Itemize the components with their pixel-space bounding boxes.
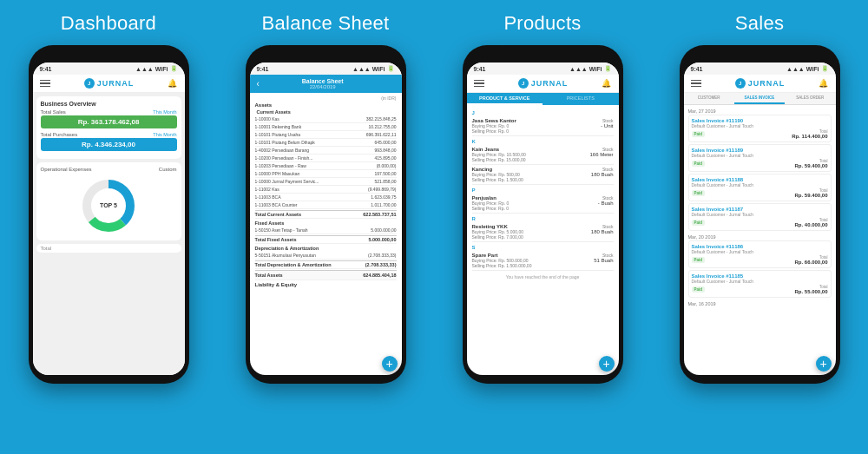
total-sales-value: Rp. 363.178.462,08 [41, 115, 177, 128]
prod-logo-area: J JURNAL [518, 78, 569, 89]
sales-date-header: Mar, 27 2019 [688, 107, 832, 115]
products-title: Products [503, 12, 581, 35]
bs-row: 1-10203 Persediaan - Raw(8.000,00) [255, 162, 397, 170]
sales-date-header-2: Mar, 20 2019 [688, 233, 832, 240]
logo-text: JURNAL [97, 79, 135, 88]
app-header: J JURNAL 🔔 [33, 75, 185, 93]
menu-icon[interactable] [40, 80, 50, 88]
invoice-customer: Default Customer - Jurnal Touch [692, 212, 828, 217]
logo-symbol: J [88, 81, 90, 86]
bs-app-header: ‹ Balance Sheet 22/04/2019 [250, 75, 402, 93]
phone-notch [82, 54, 135, 61]
sales-date-header-3: Mar, 16 2019 [688, 299, 832, 307]
prod-signal-icon: ▲▲▲ [569, 66, 588, 72]
sales-screen: 9:41 ▲▲▲ WiFi 🔋 J JURNAL 🔔 [684, 63, 836, 375]
dashboard-title: Dashboard [61, 12, 156, 35]
prod-stock: Stock 166 Meter [589, 147, 613, 162]
invoice-customer: Default Customer - Jurnal Touch [692, 123, 828, 128]
prod-stock: Stock 180 Buah [591, 224, 614, 240]
bs-title: Balance Sheet [263, 78, 383, 84]
invoice-amount: Rp. 40.000,00 [794, 222, 827, 227]
product-item[interactable]: Spare Part Buying Price: Rp. 500.000,00 … [472, 251, 614, 271]
tab-customer[interactable]: CUSTOMER [684, 93, 734, 104]
back-button[interactable]: ‹ [257, 79, 260, 89]
bs-row: 1-10001 Rekening Bank10.212.755,00 [255, 123, 397, 131]
tab-pricelists[interactable]: PRICELISTS [542, 93, 619, 105]
bs-row: 5-50151 Akumulasi Penyusutan(2.708.333,3… [255, 252, 397, 260]
operational-expenses-card: Operational Expenses Custom TOP 5 [36, 162, 181, 240]
bs-row: 1-10200 Persediaan - Finish...415.895,00 [255, 155, 397, 162]
sales-fab-button[interactable]: + [816, 356, 832, 372]
prod-sell-price: Selling Price: Rp. 1.500.000,00 [472, 263, 532, 268]
prod-fab-button[interactable]: + [599, 356, 615, 372]
sales-tabs: CUSTOMER SALES INVOICE SALES ORDER [684, 93, 836, 105]
tab-sales-invoice[interactable]: SALES INVOICE [734, 93, 785, 104]
invoice-amount: Rp. 114.400,00 [792, 134, 827, 139]
products-section: Products 9:41 ▲▲▲ WiFi 🔋 J [434, 0, 651, 454]
phone-notch-prod [516, 54, 569, 61]
paid-badge: Paid [692, 131, 706, 137]
letter-p: P [472, 188, 614, 193]
phone-notch-bs [299, 54, 352, 61]
total-sales-label: Total Sales This Month [41, 109, 177, 115]
product-item[interactable]: Resleting YKK Buying Price: Rp. 5.000,00… [472, 222, 614, 242]
bov-title: Business Overview [41, 101, 177, 107]
notification-icon[interactable]: 🔔 [168, 79, 177, 88]
donut-chart: TOP 5 [41, 175, 177, 236]
product-item[interactable]: Penjualan Buying Price: Rp. 0 Selling Pr… [472, 194, 614, 214]
sales-signal-icon: ▲▲▲ [786, 66, 805, 72]
sales-invoice-item[interactable]: Sales Invoice #11185 Default Customer - … [688, 270, 832, 298]
product-item[interactable]: Kancing Buying Price: Rp. 500,00 Selling… [472, 165, 614, 185]
bs-row: 1-11003 BCA1.623.039,75 [255, 194, 397, 201]
fixed-assets-title: Fixed Assets [255, 220, 397, 226]
invoice-amount: Rp. 59.400,00 [794, 163, 827, 168]
product-item[interactable]: Jasa Sewa Kantor Buying Price: Rp. 0 Sel… [472, 116, 614, 136]
sales-menu-icon[interactable] [691, 80, 701, 88]
sales-phone: 9:41 ▲▲▲ WiFi 🔋 J JURNAL 🔔 [680, 45, 840, 384]
product-tabs: PRODUCT & SERVICE PRICELISTS [467, 93, 619, 105]
prod-menu-icon[interactable] [474, 80, 484, 88]
business-overview-card: Business Overview Total Sales This Month… [36, 96, 181, 159]
sales-invoice-item[interactable]: Sales Invoice #11187 Default Customer - … [688, 203, 832, 231]
sales-invoice-item[interactable]: Sales Invoice #11190 Default Customer - … [688, 115, 832, 142]
prod-stock: Stock - Unit [601, 118, 613, 134]
letter-j: J [472, 110, 614, 115]
prod-wifi-icon: WiFi [589, 66, 602, 72]
total-fixed-assets: Total Fixed Assets5.000.000,00 [255, 235, 397, 244]
products-phone: 9:41 ▲▲▲ WiFi 🔋 J JURNAL 🔔 [463, 45, 623, 384]
balance-sheet-section: Balance Sheet 9:41 ▲▲▲ WiFi 🔋 ‹ Balance … [217, 0, 434, 454]
prod-sell-price: Selling Price: Rp. 0 [472, 128, 516, 134]
liability-equity-title: Liability & Equity [255, 282, 397, 287]
prod-sell-price: Selling Price: Rp. 0 [472, 206, 510, 211]
sales-status-bar: 9:41 ▲▲▲ WiFi 🔋 [684, 63, 836, 75]
product-item[interactable]: Kain Jeans Buying Price: Rp. 10.500,00 S… [472, 145, 614, 165]
sales-notification-icon[interactable]: 🔔 [819, 79, 828, 88]
signal-icon: ▲▲▲ [135, 66, 154, 72]
sales-invoice-item[interactable]: Sales Invoice #11186 Default Customer - … [688, 240, 832, 268]
tab-product-service[interactable]: PRODUCT & SERVICE [467, 93, 543, 105]
letter-k: K [472, 139, 614, 144]
prod-sell-price: Selling Price: Rp. 7.000,00 [472, 234, 523, 240]
bs-currency: (in IDR) [255, 95, 397, 101]
bs-row: 1-40002 Persediaan Barang993.848,00 [255, 147, 397, 155]
sales-section: Sales 9:41 ▲▲▲ WiFi 🔋 J JUR [651, 0, 868, 454]
dashboard-content: Business Overview Total Sales This Month… [33, 93, 185, 375]
sales-invoice-item[interactable]: Sales Invoice #11189 Default Customer - … [688, 144, 832, 172]
op-header: Operational Expenses Custom [41, 167, 177, 172]
invoice-customer: Default Customer - Jurnal Touch [692, 249, 828, 254]
invoice-amount: Rp. 59.400,00 [794, 193, 827, 198]
balance-sheet-phone: 9:41 ▲▲▲ WiFi 🔋 ‹ Balance Sheet 22/04/20… [246, 45, 406, 384]
invoice-customer: Default Customer - Jurnal Touch [692, 279, 828, 284]
prod-sell-price: Selling Price: Rp. 1.500,00 [472, 177, 523, 182]
sales-invoice-item[interactable]: Sales Invoice #11188 Default Customer - … [688, 174, 832, 201]
total-depreciation: Total Depreciation & Amortization(2.708.… [255, 260, 397, 269]
fab-button[interactable]: + [382, 356, 398, 372]
tab-sales-order[interactable]: SALES ORDER [785, 93, 835, 104]
paid-badge: Paid [692, 220, 706, 226]
products-screen: 9:41 ▲▲▲ WiFi 🔋 J JURNAL 🔔 [467, 63, 619, 375]
invoice-customer: Default Customer - Jurnal Touch [692, 182, 828, 188]
prod-notification-icon[interactable]: 🔔 [602, 79, 611, 88]
paid-badge: Paid [692, 190, 706, 196]
total-current-assets: Total Current Assets622.583.737,51 [255, 210, 397, 219]
sales-status-icons: ▲▲▲ WiFi 🔋 [786, 65, 829, 72]
